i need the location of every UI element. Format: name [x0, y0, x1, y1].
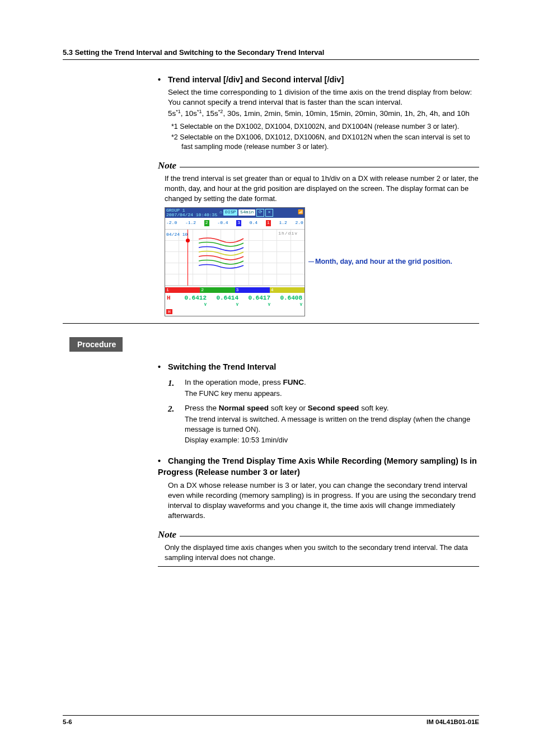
mid-rule — [63, 323, 479, 324]
content-block-1: Trend interval [/div] and Second interva… — [158, 74, 479, 316]
note-heading-1: Note — [158, 160, 479, 172]
trend-interval-body: Select the time corresponding to 1 divis… — [168, 87, 479, 119]
note-rule — [180, 167, 479, 167]
note-body-1: If the trend interval is set greater tha… — [165, 174, 479, 204]
screenshot-row: GROUP 1 2007/04/24 10:40:35 ⌂ DISP 54min… — [165, 207, 479, 316]
footnote-1: *1 Selectable on the DX1002, DX1004, DX1… — [171, 122, 479, 132]
footnote-2: *2 Selectable on the DX1006, DX1012, DX1… — [171, 133, 479, 152]
close-icon: ✕ — [265, 209, 273, 217]
body-line-1: Select the time corresponding to 1 divis… — [168, 88, 472, 106]
refresh-icon: ⟳ — [256, 209, 264, 217]
callout: Month, day, and hour at the grid positio… — [308, 257, 452, 267]
procedure-block: Switching the Trend Interval 1. In the o… — [158, 362, 479, 567]
device-screenshot: GROUP 1 2007/04/24 10:40:35 ⌂ DISP 54min… — [165, 207, 305, 316]
note-rule-2 — [180, 536, 479, 536]
step2-sub1: The trend interval is switched. A messag… — [185, 414, 479, 435]
header-rule — [63, 59, 479, 60]
ss-titlebar: GROUP 1 2007/04/24 10:40:35 ⌂ DISP 54min… — [165, 208, 305, 218]
step-1: 1. In the operation mode, press FUNC. Th… — [168, 377, 479, 399]
body-line-2: 5s*1, 10s*1, 15s*2, 30s, 1min, 2min, 5mi… — [168, 109, 470, 118]
ss-scale: -2.0 -1.2 2 -0.4 3 0.4 1 1.2 2.0 — [165, 218, 305, 229]
note-label-2: Note — [158, 529, 176, 542]
page-number: 5-6 — [63, 718, 72, 727]
note-heading-2: Note — [158, 529, 479, 542]
section-header: 5.3 Setting the Trend Interval and Switc… — [63, 48, 479, 58]
change-heading: Changing the Trend Display Time Axis Whi… — [158, 456, 479, 478]
page: 5.3 Setting the Trend Interval and Switc… — [0, 0, 534, 756]
ss-waveform: 04/24 10 1h/div — [165, 229, 305, 286]
ss-footer: 1 2 3 4 H 0.6412V 0.6414V 0.6417V 0.6408… — [165, 286, 305, 316]
step1-sub: The FUNC key menu appears. — [185, 389, 479, 399]
change-body: On a DX whose release number is 3 or lat… — [168, 480, 479, 521]
procedure-label: Procedure — [69, 337, 123, 352]
wave-icon — [199, 236, 249, 270]
note-label: Note — [158, 160, 176, 172]
doc-id: IM 04L41B01-01E — [427, 718, 479, 727]
step2-sub2: Display example: 10:53 1min/div — [185, 435, 479, 445]
callout-text: Month, day, and hour at the grid positio… — [315, 257, 452, 267]
trend-interval-heading: Trend interval [/div] and Second interva… — [158, 74, 479, 86]
step-2: 2. Press the Normal speed soft key or Se… — [168, 403, 479, 445]
switch-heading: Switching the Trend Interval — [158, 362, 479, 373]
page-footer: 5-6 IM 04L41B01-01E — [63, 715, 479, 727]
note-end-rule — [158, 566, 479, 567]
note-body-2: Only the displayed time axis changes whe… — [165, 543, 479, 563]
